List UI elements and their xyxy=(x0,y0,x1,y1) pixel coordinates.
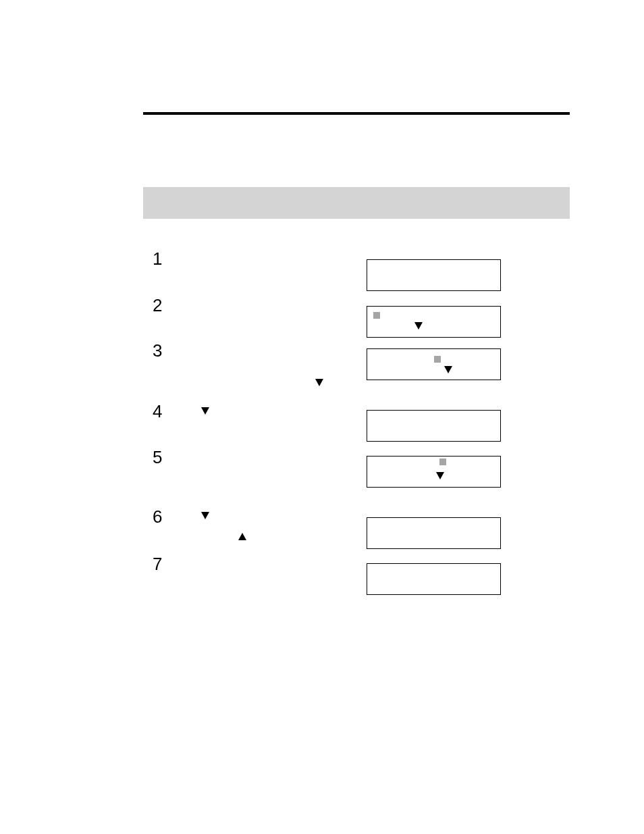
header-rule xyxy=(143,112,570,115)
display-box-4 xyxy=(367,410,501,442)
display-box-1 xyxy=(367,259,501,291)
display-box-2 xyxy=(367,306,501,338)
step-number-7: 7 xyxy=(153,554,162,575)
chevron-down-icon xyxy=(436,472,444,479)
marker-square xyxy=(439,459,446,465)
chevron-down-icon xyxy=(315,379,323,386)
chevron-down-icon xyxy=(201,407,209,415)
section-bar xyxy=(143,187,570,219)
step-number-5: 5 xyxy=(153,447,162,468)
chevron-up-icon xyxy=(238,533,246,540)
display-box-3 xyxy=(367,348,501,380)
step-number-2: 2 xyxy=(153,295,162,316)
step-number-1: 1 xyxy=(153,249,162,269)
step-number-3: 3 xyxy=(153,340,162,361)
marker-square xyxy=(373,312,380,319)
display-box-7 xyxy=(367,563,501,595)
marker-square xyxy=(434,356,441,363)
step-number-6: 6 xyxy=(153,506,162,527)
document-page: 1 2 3 4 5 6 7 xyxy=(0,0,644,834)
display-box-6 xyxy=(367,517,501,549)
chevron-down-icon xyxy=(444,366,452,373)
display-box-5 xyxy=(367,456,501,488)
chevron-down-icon xyxy=(201,512,209,519)
step-number-4: 4 xyxy=(153,401,162,422)
chevron-down-icon xyxy=(414,322,423,330)
